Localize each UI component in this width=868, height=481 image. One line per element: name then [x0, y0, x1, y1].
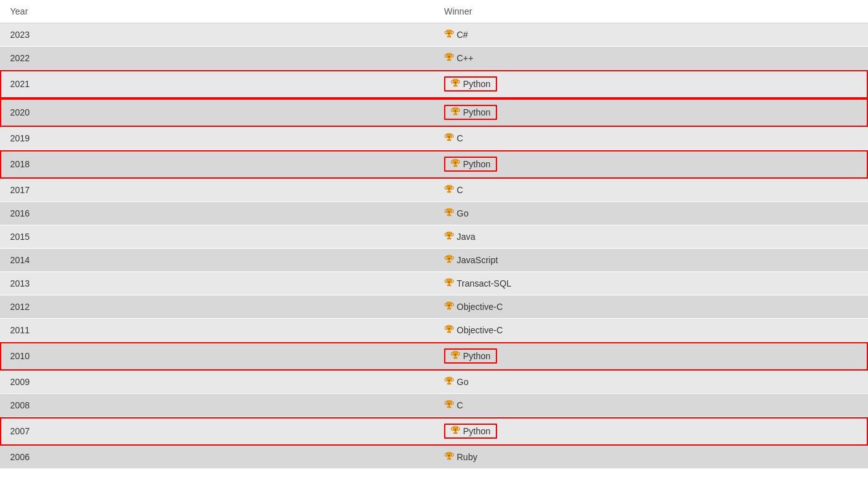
- svg-rect-66: [454, 432, 457, 434]
- trophy-icon: ★: [444, 208, 454, 218]
- table-row: 2021 ★ Python: [0, 70, 868, 98]
- winner-name-cell: ★ Go: [444, 377, 858, 387]
- table-row: 2012 ★ Objective-C: [0, 295, 868, 319]
- winner-name: Objective-C: [457, 325, 503, 335]
- table-row: 2015 ★ Java: [0, 225, 868, 249]
- year-cell: 2006: [0, 446, 434, 469]
- year-column-header: Year: [0, 0, 434, 23]
- winner-name: C: [457, 133, 463, 143]
- table-row: 2016 ★ Go: [0, 202, 868, 225]
- table-row: 2013 ★ Transact-SQL: [0, 272, 868, 295]
- svg-text:★: ★: [448, 32, 450, 35]
- table-row: 2019 ★ C: [0, 127, 868, 150]
- svg-text:★: ★: [448, 234, 450, 237]
- winner-name: Python: [463, 159, 491, 169]
- trophy-icon: ★: [444, 451, 454, 461]
- svg-rect-54: [454, 357, 457, 359]
- winner-cell: ★ Python: [434, 150, 868, 179]
- table-header-row: Year Winner: [0, 0, 868, 23]
- year-cell: 2007: [0, 417, 434, 446]
- svg-rect-18: [447, 140, 451, 141]
- trophy-icon: ★: [444, 254, 454, 264]
- svg-text:★: ★: [448, 454, 450, 457]
- svg-text:★: ★: [448, 327, 450, 330]
- winner-name-cell: ★ Objective-C: [444, 302, 858, 312]
- winner-cell: ★ Python: [434, 342, 868, 371]
- table-row: 2006 ★ Ruby: [0, 446, 868, 469]
- winner-name-cell: ★ Ruby: [444, 452, 858, 462]
- svg-text:★: ★: [454, 161, 457, 164]
- svg-rect-14: [454, 114, 457, 115]
- svg-text:★: ★: [454, 428, 457, 431]
- winner-cell: ★ Objective-C: [434, 295, 868, 319]
- winner-name: Go: [457, 208, 469, 218]
- svg-rect-58: [447, 383, 451, 384]
- winner-name: C#: [457, 30, 468, 40]
- winner-name-cell: ★ C: [444, 400, 858, 410]
- svg-text:★: ★: [448, 187, 450, 190]
- winner-name: C: [457, 185, 463, 195]
- winner-cell: ★ Python: [434, 98, 868, 127]
- trophy-icon: ★: [444, 52, 454, 62]
- winner-name: Python: [463, 351, 491, 361]
- highlighted-winner-badge: ★ Python: [444, 76, 497, 92]
- year-cell: 2020: [0, 98, 434, 127]
- winner-cell: ★ JavaScript: [434, 249, 868, 272]
- winner-cell: ★ Ruby: [434, 446, 868, 469]
- winner-cell: ★ Go: [434, 202, 868, 225]
- winner-name: Java: [457, 232, 476, 242]
- svg-rect-46: [447, 308, 451, 309]
- svg-rect-22: [454, 165, 457, 167]
- svg-rect-2: [447, 36, 451, 37]
- winner-name: Objective-C: [457, 302, 503, 312]
- svg-rect-10: [454, 85, 457, 86]
- winner-name: C++: [457, 53, 473, 63]
- year-cell: 2022: [0, 47, 434, 70]
- trophy-icon: ★: [450, 107, 460, 117]
- table-row: 2011 ★ Objective-C: [0, 319, 868, 342]
- trophy-icon: ★: [450, 158, 460, 169]
- svg-rect-42: [447, 285, 451, 286]
- winner-name-cell: ★ C#: [444, 30, 858, 40]
- year-cell: 2023: [0, 23, 434, 47]
- trophy-icon: ★: [444, 231, 454, 241]
- svg-rect-62: [447, 407, 451, 408]
- table-row: 2007 ★ Python: [0, 417, 868, 446]
- trophy-icon: ★: [444, 376, 454, 386]
- winner-name: Python: [463, 107, 491, 117]
- table-row: 2017 ★ C: [0, 179, 868, 202]
- trophy-icon: ★: [444, 133, 454, 143]
- winner-cell: ★ C++: [434, 47, 868, 70]
- svg-text:★: ★: [448, 379, 450, 382]
- winner-cell: ★ Objective-C: [434, 319, 868, 342]
- winner-cell: ★ C: [434, 394, 868, 417]
- svg-rect-38: [447, 261, 451, 263]
- winner-cell: ★ Python: [434, 70, 868, 98]
- winner-name-cell: ★ Transact-SQL: [444, 278, 858, 288]
- highlighted-winner-badge: ★ Python: [444, 157, 497, 172]
- table-row: 2008 ★ C: [0, 394, 868, 417]
- winner-name: Ruby: [457, 452, 478, 462]
- winner-name-cell: ★ JavaScript: [444, 255, 858, 265]
- table-row: 2022 ★ C++: [0, 47, 868, 70]
- winner-cell: ★ Python: [434, 417, 868, 446]
- winners-table: Year Winner 2023 ★ C#2022 ★ C++2021: [0, 0, 868, 469]
- svg-text:★: ★: [448, 402, 450, 405]
- winner-cell: ★ Go: [434, 371, 868, 394]
- winner-name-cell: ★ Objective-C: [444, 325, 858, 335]
- winner-name: Python: [463, 79, 491, 89]
- table-row: 2009 ★ Go: [0, 371, 868, 394]
- winner-cell: ★ C: [434, 127, 868, 150]
- winner-cell: ★ Transact-SQL: [434, 272, 868, 295]
- trophy-icon: ★: [444, 278, 454, 288]
- table-row: 2010 ★ Python: [0, 342, 868, 371]
- svg-text:★: ★: [448, 280, 450, 283]
- svg-text:★: ★: [448, 257, 450, 260]
- trophy-icon: ★: [450, 425, 460, 436]
- trophy-icon: ★: [444, 301, 454, 311]
- year-cell: 2015: [0, 225, 434, 249]
- year-cell: 2016: [0, 202, 434, 225]
- winner-name: Python: [463, 426, 491, 436]
- svg-rect-26: [447, 191, 451, 193]
- table-row: 2020 ★ Python: [0, 98, 868, 127]
